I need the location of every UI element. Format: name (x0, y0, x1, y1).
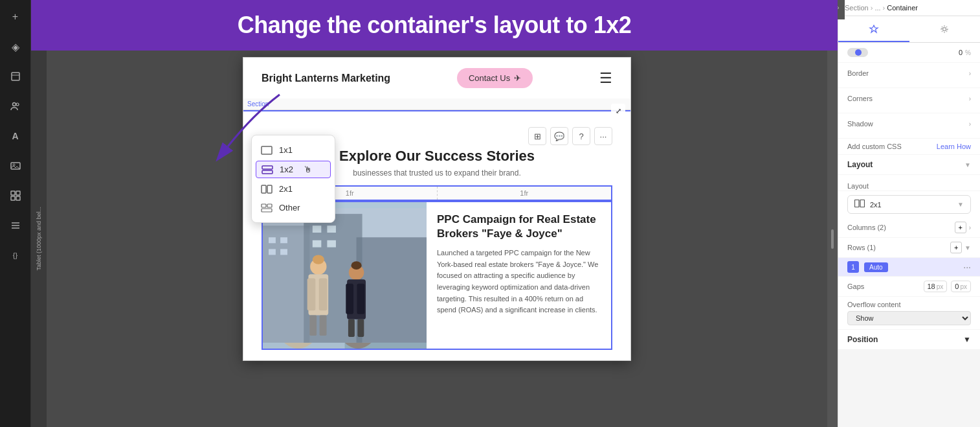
expand-icon[interactable]: ⤢ (611, 104, 625, 118)
comment-btn[interactable]: 💬 (550, 127, 568, 145)
layout-section-header: Layout ▼ (838, 155, 980, 174)
font-icon[interactable]: A (6, 127, 25, 145)
border-section: Border › (838, 63, 980, 87)
annotation-title: Change the container's layout to 1x2 (238, 12, 632, 38)
webpage-preview: Bright Lanterns Marketing Contact Us ✈ ☰… (243, 57, 631, 361)
svg-point-48 (943, 28, 946, 31)
corners-arrow[interactable]: › (969, 95, 971, 102)
layout-other[interactable]: Other (252, 198, 335, 217)
svg-rect-39 (320, 315, 327, 336)
rows-controls: + ▼ (950, 242, 971, 253)
svg-rect-30 (327, 225, 336, 233)
send-icon: ✈ (514, 73, 521, 83)
svg-rect-50 (860, 200, 865, 207)
add-icon[interactable]: + (6, 8, 25, 26)
code-icon[interactable]: {} (6, 246, 25, 264)
card-image (263, 202, 427, 349)
site-logo: Bright Lanterns Marketing (262, 73, 390, 84)
shadow-row: Shadow › (847, 120, 971, 128)
corners-row: Corners › (847, 95, 971, 102)
columns-expand-arrow[interactable]: › (969, 224, 971, 231)
border-row: Border › (847, 69, 971, 77)
svg-rect-9 (16, 196, 20, 200)
users-icon[interactable] (6, 97, 25, 115)
tablet-label: Tablet (1000px and bel... (31, 51, 47, 427)
rows-add-btn[interactable]: + (950, 242, 962, 253)
svg-rect-0 (12, 73, 19, 80)
image-icon[interactable] (6, 157, 25, 175)
svg-rect-28 (280, 249, 287, 255)
custom-css-row: Add custom CSS Learn How (838, 139, 980, 154)
svg-point-5 (13, 164, 15, 166)
layout-2x1[interactable]: 2x1 (252, 179, 335, 198)
breadcrumb-ellipsis: ... (874, 4, 880, 12)
gap-vertical-input[interactable]: 0 px (951, 281, 971, 292)
svg-rect-8 (11, 196, 15, 200)
layout-1x2-icon (262, 165, 273, 174)
annotation-banner: Change the container's layout to 1x2 (31, 0, 838, 51)
svg-rect-15 (262, 170, 273, 174)
row-badge: 1 (847, 261, 859, 273)
layout-dropdown-arrow[interactable]: ▼ (957, 201, 964, 208)
gaps-row: Gaps 18 px 0 px (838, 277, 980, 296)
card-row: ⤢ PPC Campaign for Real Estate Brokers "… (262, 201, 612, 350)
svg-rect-16 (262, 185, 266, 193)
hamburger-icon[interactable]: ☰ (599, 70, 612, 87)
grid-icon[interactable] (6, 187, 25, 205)
overflow-label: Overflow content (847, 301, 971, 308)
section-label: Section (243, 98, 630, 110)
right-panel: › Section › ... › Container 0 % Border › (838, 0, 980, 427)
position-chevron[interactable]: ▼ (963, 335, 971, 344)
svg-rect-13 (262, 146, 272, 154)
tab-style[interactable] (838, 20, 909, 42)
right-drag-handle[interactable] (827, 51, 838, 427)
svg-rect-49 (855, 200, 860, 207)
tab-settings[interactable] (909, 20, 981, 42)
canvas-area: Bright Lanterns Marketing Contact Us ✈ ☰… (47, 51, 827, 427)
svg-rect-7 (16, 191, 20, 195)
layers-icon[interactable]: ◈ (6, 38, 25, 56)
svg-point-3 (16, 103, 19, 106)
card-content: ⤢ PPC Campaign for Real Estate Brokers "… (427, 202, 611, 349)
svg-point-2 (12, 103, 16, 106)
contact-button[interactable]: Contact Us ✈ (457, 68, 533, 88)
nav-icon[interactable] (6, 216, 25, 235)
columns-controls: + › (955, 222, 971, 233)
layout-chevron[interactable]: ▼ (964, 161, 971, 168)
layout-other-icon (261, 203, 273, 213)
rows-expand-arrow[interactable]: ▼ (964, 244, 971, 251)
shadow-arrow[interactable]: › (969, 121, 971, 128)
learn-how-link[interactable]: Learn How (937, 143, 971, 150)
svg-rect-17 (267, 185, 272, 193)
layout-1x1[interactable]: 1x1 (252, 141, 335, 159)
breadcrumb-sep1: › (871, 4, 873, 12)
opacity-dot (855, 49, 862, 56)
opacity-toggle[interactable] (847, 48, 868, 57)
row-more-btn[interactable]: ··· (963, 262, 971, 272)
row-auto-badge: Auto (864, 262, 888, 272)
gap-horizontal-input[interactable]: 18 px (924, 281, 948, 292)
card-body: Launched a targeted PPC campaign for the… (437, 248, 601, 316)
grid-col-2: 1fr (438, 187, 612, 200)
svg-point-34 (313, 255, 324, 264)
help-btn[interactable]: ? (572, 127, 590, 145)
layout-option-box[interactable]: 2x1 ▼ (847, 195, 971, 214)
gallery-btn[interactable]: ⊞ (528, 127, 546, 145)
svg-rect-14 (262, 166, 273, 169)
breadcrumb-sep2: › (883, 4, 885, 12)
columns-row: Columns (2) + › (838, 218, 980, 237)
border-arrow[interactable]: › (969, 70, 971, 77)
svg-rect-37 (319, 279, 328, 311)
svg-rect-24 (357, 237, 427, 343)
card-title: PPC Campaign for Real Estate Brokers "Fa… (437, 213, 601, 241)
svg-point-41 (351, 261, 361, 270)
layout-selector[interactable]: 2x1 ▼ (838, 191, 980, 218)
more-btn[interactable]: ··· (594, 127, 612, 145)
layout-1x2[interactable]: 1x2 🖱 (256, 161, 331, 178)
panel-body: Border › Corners › Shadow › Add custom C… (838, 63, 980, 427)
svg-rect-19 (267, 204, 272, 207)
layout-label-row: Layout (838, 175, 980, 190)
page-icon[interactable] (6, 67, 25, 86)
overflow-select[interactable]: Show (847, 311, 971, 325)
columns-add-btn[interactable]: + (955, 222, 966, 233)
